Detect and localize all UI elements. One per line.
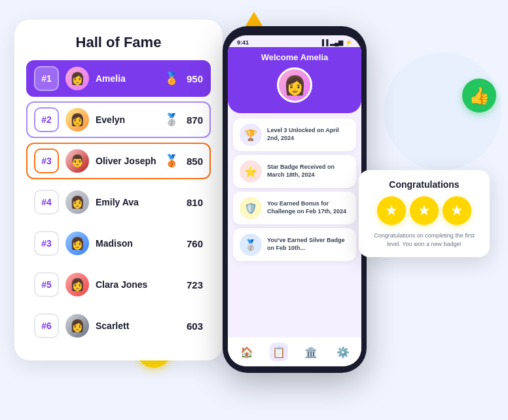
phone-screen: 9:41 ▐▐ ▂▄▆ ⚡ Welcome Amelia 👩 🏆Level 3 …	[228, 35, 361, 366]
avatar-7: 👩	[65, 314, 89, 338]
activity-icon-3: 🛡️	[240, 197, 262, 219]
phone-welcome: Welcome Amelia	[261, 52, 329, 62]
phone-avatar: 👩	[277, 67, 312, 103]
hof-name-1: Amelia	[96, 73, 158, 84]
hof-row-5: #3👩Madison760	[26, 225, 211, 262]
congrats-popup: Congratulations ★ ★ ★ Congratulations on…	[359, 170, 490, 257]
rank-badge-2: #2	[34, 107, 59, 132]
activity-item-2: ⭐Star Badge Received on March 18th, 2024	[233, 155, 356, 188]
activity-text-4: You've Earned Silver Badge on Feb 10th..…	[267, 237, 350, 252]
activity-icon-1: 🏆	[240, 124, 262, 146]
star-3: ★	[443, 196, 471, 225]
activity-item-1: 🏆Level 3 Unlocked on April 2nd, 2024	[233, 118, 356, 151]
hof-name-3: Oliver Joseph	[96, 156, 158, 166]
activity-icon-4: 🥈	[240, 234, 262, 256]
phone-mockup: 9:41 ▐▐ ▂▄▆ ⚡ Welcome Amelia 👩 🏆Level 3 …	[223, 26, 367, 373]
score-2: 870	[187, 114, 203, 126]
congrats-title: Congratulations	[369, 179, 479, 190]
hof-name-6: Clara Jones	[96, 279, 180, 290]
phone-nav: 🏠📋🏛️⚙️	[228, 337, 361, 366]
phone-header: Welcome Amelia 👩	[228, 47, 361, 113]
phone-notch	[272, 26, 318, 35]
avatar-5: 👩	[65, 232, 89, 255]
rank-badge-3: #3	[34, 149, 59, 173]
activity-item-3: 🛡️You Earned Bonus for Challenge on Feb …	[233, 192, 356, 224]
avatar-2: 👩	[65, 108, 89, 131]
rank-badge-7: #6	[34, 313, 59, 338]
activity-text-3: You Earned Bonus for Challenge on Feb 17…	[267, 200, 350, 215]
avatar-4: 👩	[65, 190, 89, 214]
score-4: 810	[187, 197, 203, 208]
nav-activity[interactable]: 📋	[270, 343, 288, 361]
avatar-6: 👩	[65, 273, 89, 296]
score-3: 850	[187, 156, 203, 167]
status-icons: ▐▐ ▂▄▆ ⚡	[320, 39, 352, 46]
score-6: 723	[187, 279, 203, 290]
hof-name-2: Evelyn	[96, 114, 158, 125]
medal-2: 🥈	[164, 113, 179, 127]
score-7: 603	[187, 321, 203, 332]
hof-name-4: Emily Ava	[96, 197, 180, 207]
hof-name-7: Scarlett	[96, 321, 180, 331]
hof-name-5: Madison	[96, 238, 180, 249]
phone-content: 🏆Level 3 Unlocked on April 2nd, 2024⭐Sta…	[228, 113, 361, 337]
avatar-3: 👨	[65, 149, 89, 173]
hof-row-6: #5👩Clara Jones723	[26, 266, 211, 303]
star-2: ★	[410, 196, 439, 225]
avatar-1: 👩	[65, 67, 89, 90]
rank-badge-5: #3	[34, 231, 59, 256]
nav-leaderboard[interactable]: 🏛️	[302, 343, 320, 361]
score-5: 760	[187, 238, 203, 249]
medal-1: 🏅	[164, 71, 179, 86]
status-bar: 9:41 ▐▐ ▂▄▆ ⚡	[228, 35, 361, 47]
activity-text-1: Level 3 Unlocked on April 2nd, 2024	[267, 127, 350, 142]
rank-badge-4: #4	[34, 190, 59, 215]
activity-item-4: 🥈You've Earned Silver Badge on Feb 10th.…	[233, 228, 356, 261]
thumbsup-badge: 👍	[462, 79, 496, 113]
rank-badge-1: #1	[34, 66, 59, 91]
medal-3: 🥉	[164, 154, 179, 168]
stars-row: ★ ★ ★	[369, 196, 479, 225]
activity-icon-2: ⭐	[240, 160, 262, 183]
congrats-text: Congratulations on completing the first …	[369, 232, 479, 248]
hof-row-7: #6👩Scarlett603	[26, 307, 211, 344]
nav-home[interactable]: 🏠	[238, 343, 256, 361]
star-1: ★	[377, 196, 406, 225]
rank-badge-6: #5	[34, 272, 59, 297]
nav-settings[interactable]: ⚙️	[334, 343, 352, 361]
hof-row-3: #3👨Oliver Joseph🥉850	[26, 143, 211, 179]
activity-text-2: Star Badge Received on March 18th, 2024	[267, 164, 350, 179]
hof-row-2: #2👩Evelyn🥈870	[26, 101, 211, 138]
hall-of-fame-card: Hall of Fame #1👩Amelia🏅950#2👩Evelyn🥈870#…	[14, 20, 223, 360]
score-1: 950	[187, 73, 203, 84]
status-time: 9:41	[237, 39, 249, 46]
hof-row-1: #1👩Amelia🏅950	[26, 60, 211, 97]
hof-row-4: #4👩Emily Ava810	[26, 184, 211, 220]
hof-title: Hall of Fame	[26, 34, 211, 51]
